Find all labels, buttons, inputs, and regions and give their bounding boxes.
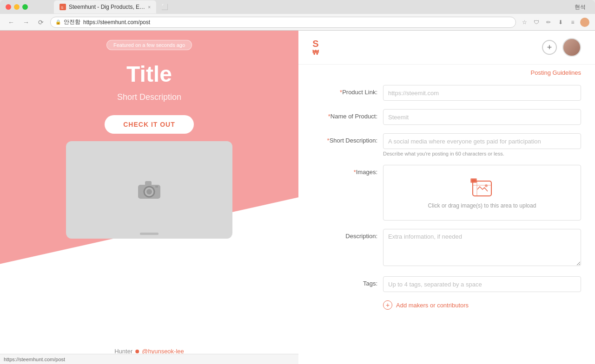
hunter-dot-icon — [135, 350, 139, 353]
svg-rect-5 — [155, 186, 158, 188]
maximize-traffic-light[interactable] — [22, 4, 28, 10]
back-button[interactable]: ← — [6, 17, 17, 28]
user-avatar[interactable] — [562, 38, 581, 57]
short-description-label: *Short Description: — [312, 133, 377, 144]
logo-line2: ₩ — [312, 49, 319, 56]
tags-row: Tags: — [312, 276, 581, 292]
tab-title: Steemhunt - Dig Products, Ea... — [69, 4, 145, 10]
extension-1-button[interactable]: 🛡 — [532, 18, 541, 27]
nav-user-avatar[interactable] — [580, 18, 589, 27]
url-protocol: 안전함 — [64, 18, 80, 26]
short-description-input[interactable] — [383, 133, 581, 149]
form-header: S ₩ + — [298, 31, 595, 65]
forward-button[interactable]: → — [20, 17, 32, 28]
browser-window: S Steemhunt - Dig Products, Ea... × ⬜ 현석… — [0, 0, 595, 364]
browser-status-bar: https://steemhunt.com/post — [0, 354, 298, 364]
form-body: *Product Link: *Name of Product: — [298, 80, 595, 319]
preview-panel: Featured on a few seconds ago Title Shor… — [0, 31, 298, 364]
add-makers-row[interactable]: + Add makers or contributors — [312, 300, 581, 310]
nav-actions: ☆ 🛡 ✏ ⬇ ≡ — [520, 18, 589, 27]
url-bar[interactable]: 🔒 안전함 https://steemhunt.com/post — [50, 17, 516, 28]
svg-rect-8 — [476, 181, 477, 196]
lock-icon: 🔒 — [55, 20, 61, 25]
posting-guidelines-link[interactable]: Posting Guidelines — [531, 69, 581, 76]
add-action-button[interactable]: + — [542, 40, 557, 55]
preview-title: Title — [126, 61, 172, 87]
close-traffic-light[interactable] — [6, 4, 11, 10]
minimize-traffic-light[interactable] — [14, 4, 20, 10]
image-upload-dropzone[interactable]: Click or drag image(s) to this area to u… — [383, 165, 581, 221]
tab-close-button[interactable]: × — [148, 5, 151, 10]
user-name: 현석 — [575, 3, 589, 11]
tags-control — [383, 276, 581, 292]
camera-preview-icon — [137, 179, 162, 201]
extension-4-button[interactable]: ≡ — [568, 18, 577, 27]
header-actions: + — [542, 38, 581, 57]
add-makers-icon: + — [383, 300, 392, 310]
description-label: Description: — [312, 229, 377, 240]
form-panel: S ₩ + Posting Guidelines — [298, 31, 595, 364]
tab-favicon: S — [60, 4, 66, 10]
url-address: https://steemhunt.com/post — [83, 19, 150, 26]
extension-2-button[interactable]: ✏ — [544, 18, 553, 27]
product-name-label: *Name of Product: — [312, 109, 377, 120]
status-url: https://steemhunt.com/post — [4, 357, 65, 362]
svg-point-9 — [485, 184, 488, 187]
images-row: *Images: — [312, 165, 581, 221]
description-control — [383, 229, 581, 268]
image-preview-area — [66, 141, 232, 239]
svg-text:S: S — [61, 6, 63, 9]
browser-tab[interactable]: S Steemhunt - Dig Products, Ea... × — [54, 0, 156, 13]
product-link-control — [383, 85, 581, 101]
product-link-input[interactable] — [383, 85, 581, 101]
check-it-out-button[interactable]: CHECK IT OUT — [105, 115, 194, 134]
nav-bar: ← → ⟳ 🔒 안전함 https://steemhunt.com/post ☆… — [0, 14, 595, 31]
description-row: Description: — [312, 229, 581, 268]
title-bar: S Steemhunt - Dig Products, Ea... × ⬜ 현석 — [0, 0, 595, 14]
extension-3-button[interactable]: ⬇ — [556, 18, 565, 27]
product-name-row: *Name of Product: — [312, 109, 581, 125]
site-logo: S ₩ — [312, 39, 319, 56]
description-textarea[interactable] — [383, 229, 581, 266]
short-description-row: *Short Description: Describe what you're… — [312, 133, 581, 156]
image-strip — [140, 233, 159, 235]
product-link-label: *Product Link: — [312, 85, 377, 96]
short-description-hint: Describe what you're posting in 60 chara… — [383, 151, 581, 156]
featured-badge: Featured on a few seconds ago — [106, 40, 192, 50]
tags-input[interactable] — [383, 276, 581, 292]
logo-line1: S — [312, 39, 318, 49]
images-control: Click or drag image(s) to this area to u… — [383, 165, 581, 221]
posting-guidelines-section: Posting Guidelines — [298, 65, 595, 80]
svg-rect-7 — [473, 185, 491, 186]
svg-rect-4 — [145, 181, 152, 186]
tags-label: Tags: — [312, 276, 377, 287]
svg-point-3 — [146, 189, 152, 195]
short-description-control: Describe what you're posting in 60 chara… — [383, 133, 581, 156]
preview-content: Featured on a few seconds ago Title Shor… — [0, 31, 298, 239]
product-name-control — [383, 109, 581, 125]
upload-icon — [470, 176, 494, 198]
upload-hint-text: Click or drag image(s) to this area to u… — [428, 202, 536, 209]
images-label: *Images: — [312, 165, 377, 176]
bookmark-button[interactable]: ☆ — [520, 18, 529, 27]
new-tab-button[interactable]: ⬜ — [158, 0, 171, 13]
refresh-button[interactable]: ⟳ — [35, 17, 46, 28]
main-content: Featured on a few seconds ago Title Shor… — [0, 31, 595, 364]
add-makers-label: Add makers or contributors — [396, 302, 469, 309]
product-name-input[interactable] — [383, 109, 581, 125]
preview-short-description: Short Description — [117, 92, 181, 102]
product-link-row: *Product Link: — [312, 85, 581, 101]
svg-rect-11 — [471, 179, 476, 182]
